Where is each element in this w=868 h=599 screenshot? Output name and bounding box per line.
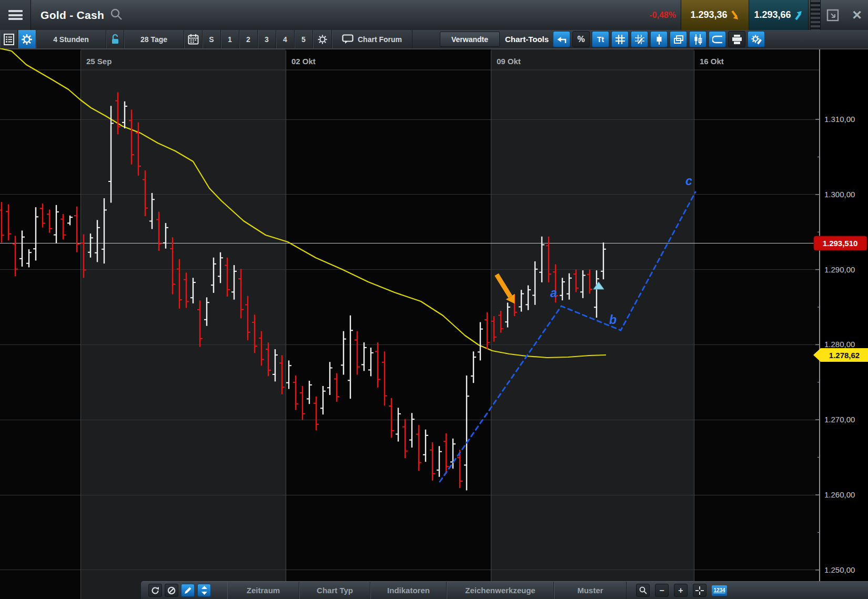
- tab-muster[interactable]: Muster: [554, 582, 627, 599]
- axis-tick-label: 1.280,00: [824, 340, 855, 349]
- speech-bubble-icon: [342, 34, 354, 44]
- chart-settings-button[interactable]: [18, 30, 36, 48]
- layout-2-button[interactable]: 2: [239, 30, 258, 48]
- chart-canvas[interactable]: 25 Sep02 Okt09 Okt16 Oktabc1.310,001.300…: [0, 48, 868, 599]
- layout-5-button[interactable]: 5: [295, 30, 313, 48]
- grid-edit-button[interactable]: [631, 31, 648, 47]
- main-menu-button[interactable]: [0, 0, 31, 30]
- chart-toolbar: 4 Stunden 28 Tage S 1 2 3 4 5 Chart Foru…: [0, 30, 868, 49]
- refresh-icon: [151, 586, 159, 595]
- shape-icon: [712, 35, 723, 44]
- candle-type-button[interactable]: [650, 31, 668, 47]
- legend-button[interactable]: [0, 30, 18, 48]
- bottom-toolbar: Zeitraum Chart Typ Indikatoren Zeichenwe…: [141, 581, 868, 599]
- pencil-icon: [184, 586, 192, 594]
- chart-forum-button[interactable]: Chart Forum: [332, 30, 412, 48]
- back-arrow-icon: [557, 35, 567, 44]
- chart-menu-tabs: Zeitraum Chart Typ Indikatoren Zeichenwe…: [227, 582, 627, 599]
- bid-price: 1.293,36: [690, 9, 727, 21]
- compare-candles-icon: [693, 34, 703, 45]
- list-icon: [4, 34, 14, 45]
- refresh-button[interactable]: [148, 584, 162, 597]
- gear-outline-icon: [317, 34, 328, 45]
- close-button[interactable]: ✕: [845, 0, 868, 30]
- axis-tick-label: 1.250,00: [824, 565, 855, 574]
- draw-button[interactable]: [181, 584, 195, 597]
- restore-window-button[interactable]: [821, 0, 845, 30]
- date-label: 09 Okt: [497, 57, 521, 66]
- axis-tick-label: 1.310,00: [824, 115, 855, 124]
- chart-tools-bar: % Tt: [553, 30, 765, 48]
- price-down-icon: [731, 10, 740, 21]
- instrument-title: Gold - Cash: [41, 9, 104, 22]
- gear-pencil-icon: [751, 34, 762, 45]
- zoom-button[interactable]: [636, 584, 650, 597]
- printer-icon: [732, 35, 742, 44]
- change-percent: -0,48%: [623, 0, 676, 30]
- sell-price-button[interactable]: 1.293,36: [681, 0, 749, 30]
- svg-text:1.278,62: 1.278,62: [829, 351, 860, 360]
- interval-dropdown[interactable]: 4 Stunden: [36, 30, 106, 48]
- gear-icon: [21, 34, 33, 45]
- trendline-label-a: a: [550, 286, 557, 300]
- percent-scale-button[interactable]: %: [572, 31, 590, 47]
- trendline-label-b: b: [609, 313, 617, 327]
- zoom-controls: − + 1234: [636, 584, 727, 597]
- axis-tick-label: 1.260,00: [824, 490, 855, 499]
- lock-interval-button[interactable]: [106, 30, 124, 48]
- zoom-in-button[interactable]: +: [674, 584, 688, 597]
- overlap-windows-icon: [673, 35, 684, 44]
- title-bar: Gold - Cash -0,48% 1.293,36 1.293,66 ✕: [0, 0, 868, 31]
- layout-4-button[interactable]: 4: [276, 30, 295, 48]
- tab-zeitraum[interactable]: Zeitraum: [227, 582, 299, 599]
- hamburger-icon: [8, 10, 23, 20]
- verwandte-button[interactable]: Verwandte: [440, 32, 500, 47]
- axis-tick-label: 1.270,00: [824, 415, 855, 424]
- layout-3-button[interactable]: 3: [258, 30, 276, 48]
- crosshair-icon: [695, 586, 704, 595]
- svg-text:1.293,510: 1.293,510: [823, 239, 858, 248]
- settings-button[interactable]: [313, 30, 332, 48]
- candlestick-icon: [655, 34, 663, 45]
- search-icon[interactable]: [109, 7, 123, 23]
- windows-button[interactable]: [670, 31, 687, 47]
- crosshair-button[interactable]: [693, 584, 706, 597]
- clear-drawings-button[interactable]: [165, 584, 178, 597]
- quotes-panel-button[interactable]: 1234: [712, 585, 727, 596]
- chart-forum-label: Chart Forum: [358, 35, 402, 44]
- ask-price: 1.293,66: [754, 9, 791, 21]
- current-price-tag: 1.293,510: [814, 236, 867, 250]
- trendline-label-c: c: [685, 174, 692, 188]
- tab-indikatoren[interactable]: Indikatoren: [370, 582, 447, 599]
- tab-zeichenwerkzeuge[interactable]: Zeichenwerkzeuge: [447, 582, 554, 599]
- lock-open-icon: [110, 34, 120, 45]
- undo-button[interactable]: [553, 31, 570, 47]
- price-up-icon: [794, 10, 803, 21]
- chart-tools-label: Chart-Tools: [505, 35, 549, 44]
- ma-value-tag: 1.278,62: [813, 348, 868, 362]
- layout-save-button[interactable]: S: [203, 30, 221, 48]
- buy-price-button[interactable]: 1.293,66: [749, 0, 809, 30]
- print-button[interactable]: [728, 31, 745, 47]
- calendar-icon: [188, 34, 199, 45]
- up-down-arrows-icon: [201, 586, 208, 595]
- date-label: 02 Okt: [291, 57, 316, 66]
- zoom-out-button[interactable]: −: [655, 584, 669, 597]
- chart-options-button[interactable]: [748, 31, 765, 47]
- grid-pencil-icon: [635, 35, 644, 44]
- scale-toggle-button[interactable]: [197, 584, 211, 597]
- date-label: 25 Sep: [86, 57, 112, 66]
- axis-tick-label: 1.290,00: [824, 265, 855, 274]
- compare-button[interactable]: [689, 31, 706, 47]
- prohibition-icon: [167, 586, 176, 595]
- shapes-button[interactable]: [709, 31, 726, 47]
- layout-1-button[interactable]: 1: [221, 30, 239, 48]
- range-dropdown[interactable]: 28 Tage: [124, 30, 184, 48]
- text-tool-button[interactable]: Tt: [592, 31, 609, 47]
- grid-button[interactable]: [611, 31, 629, 47]
- calendar-button[interactable]: [184, 30, 203, 48]
- tab-chart-typ[interactable]: Chart Typ: [299, 582, 370, 599]
- window-grip[interactable]: [810, 0, 821, 30]
- magnifier-icon: [639, 586, 647, 594]
- week-band: [491, 48, 694, 599]
